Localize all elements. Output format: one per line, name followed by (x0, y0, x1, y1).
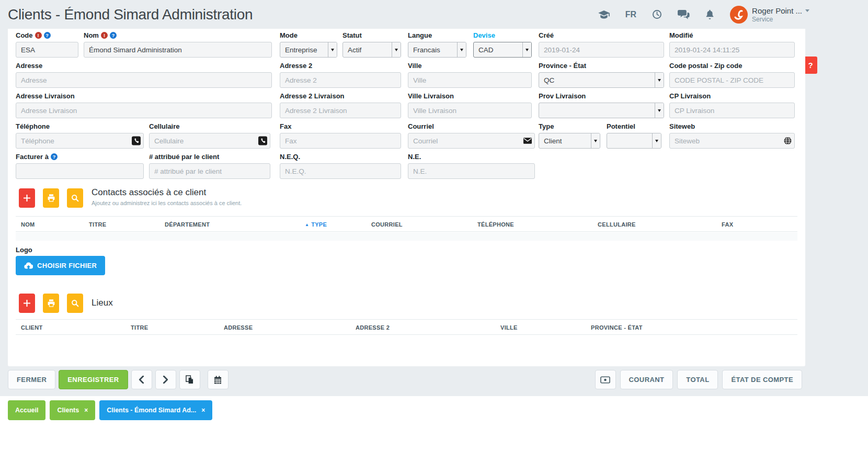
neq-input[interactable] (280, 163, 401, 179)
tab-clients[interactable]: Clients × (50, 400, 95, 420)
lieux-col-ville[interactable]: VILLE (500, 320, 518, 335)
prov-livraison-select[interactable] (539, 103, 664, 118)
duplicate-button[interactable] (179, 370, 200, 389)
lieux-col-adresse2[interactable]: ADRESSE 2 (356, 320, 390, 335)
previous-record-button[interactable] (131, 370, 152, 389)
close-icon[interactable]: × (84, 407, 88, 414)
contacts-col-nom[interactable]: NOM (21, 217, 35, 232)
contacts-col-courriel[interactable]: COURRIEL (371, 217, 403, 232)
siteweb-input[interactable] (669, 133, 795, 149)
mode-select[interactable]: Entreprise (280, 42, 337, 58)
telephone-input[interactable] (16, 133, 144, 149)
tab-accueil[interactable]: Accueil (8, 400, 45, 420)
lieux-col-province[interactable]: PROVINCE - ÉTAT (591, 320, 643, 335)
cree-label: Créé (539, 31, 664, 40)
contacts-col-type[interactable]: ▲TYPE (305, 217, 327, 232)
lieux-col-titre[interactable]: TITRE (131, 320, 148, 335)
add-contact-button[interactable] (19, 188, 35, 208)
code-postal-input[interactable] (669, 72, 795, 88)
courriel-input[interactable] (408, 133, 535, 149)
type-label: Type (539, 122, 600, 131)
chat-icon[interactable] (678, 9, 690, 19)
contacts-col-departement[interactable]: DÉPARTEMENT (165, 217, 210, 232)
num-client-input[interactable] (149, 163, 270, 179)
province-select[interactable]: QC (539, 72, 664, 88)
field-fax: Fax (280, 122, 401, 149)
avatar (730, 6, 748, 24)
next-record-button[interactable] (155, 370, 176, 389)
etat-de-compte-button[interactable]: ÉTAT DE COMPTE (722, 370, 802, 389)
enregistrer-button[interactable]: ENREGISTRER (59, 370, 128, 389)
copy-document-icon (186, 375, 193, 384)
field-neq: N.E.Q. (280, 152, 401, 179)
type-select[interactable]: Client (539, 133, 600, 149)
contacts-subtitle: Ajoutez ou administrez ici les contacts … (92, 200, 242, 206)
footer-toolbar-right: COURANT TOTAL ÉTAT DE COMPTE (595, 370, 802, 389)
total-button[interactable]: TOTAL (677, 370, 718, 389)
cp-livraison-input[interactable] (669, 103, 795, 118)
notifications-bell-icon[interactable] (705, 9, 714, 19)
field-modifie: Modifié (669, 31, 795, 58)
cellulaire-input[interactable] (149, 133, 270, 149)
contacts-col-titre[interactable]: TITRE (89, 217, 106, 232)
contacts-col-cellulaire[interactable]: CELLULAIRE (598, 217, 636, 232)
print-contacts-button[interactable] (43, 188, 59, 208)
field-adresse-livraison: Adresse Livraison (16, 92, 272, 118)
lieux-section-header: Lieux (92, 298, 113, 308)
language-toggle[interactable]: FR (625, 10, 636, 19)
calendar-button[interactable] (208, 370, 229, 389)
ne-label: N.E. (408, 152, 535, 161)
help-icon[interactable]: ? (44, 32, 51, 39)
close-icon[interactable]: × (201, 407, 205, 414)
potentiel-select[interactable] (607, 133, 661, 149)
chevron-down-icon (658, 79, 661, 82)
adresse-livraison-input[interactable] (16, 103, 272, 118)
adresse2-livraison-input[interactable] (280, 103, 401, 118)
academy-graduation-cap-icon[interactable] (598, 10, 610, 19)
search-contacts-button[interactable] (67, 188, 83, 208)
fermer-button[interactable]: FERMER (8, 370, 55, 389)
ville-input[interactable] (408, 72, 532, 88)
help-icon[interactable]: ? (51, 153, 58, 160)
langue-select[interactable]: Francais (408, 42, 466, 58)
nom-input[interactable] (84, 42, 272, 58)
calendar-icon (214, 376, 222, 384)
field-prov-livraison: Prov Livraison (539, 92, 664, 118)
courant-button[interactable]: COURANT (620, 370, 673, 389)
chevron-down-icon (594, 140, 597, 142)
add-lieu-button[interactable] (19, 294, 35, 313)
devise-select[interactable]: CAD (473, 42, 532, 58)
print-lieux-button[interactable] (43, 294, 59, 313)
choose-file-button[interactable]: CHOISIR FICHIER (16, 256, 105, 275)
lieux-col-client[interactable]: CLIENT (21, 320, 43, 335)
chevron-down-icon (395, 49, 398, 51)
lieux-col-adresse[interactable]: ADRESSE (224, 320, 253, 335)
help-button[interactable]: ? (804, 57, 817, 74)
clock-icon[interactable] (652, 9, 662, 19)
user-menu[interactable]: Roger Point ... Service (730, 6, 809, 24)
search-lieux-button[interactable] (67, 294, 83, 313)
user-role: Service (752, 16, 809, 23)
field-devise: Devise CAD (473, 31, 532, 58)
contacts-col-fax[interactable]: FAX (722, 217, 733, 232)
help-icon[interactable]: ? (110, 32, 117, 39)
billing-button[interactable] (595, 370, 616, 389)
num-client-label: # attribué par le client (149, 152, 270, 161)
tab-client-emond-simard[interactable]: Clients - Émond Simard Ad... × (99, 400, 212, 420)
sort-asc-icon: ▲ (305, 222, 309, 227)
adresse-input[interactable] (16, 72, 272, 88)
adresse2-input[interactable] (280, 72, 401, 88)
facturer-a-input[interactable] (16, 163, 144, 179)
upload-cloud-icon (24, 262, 33, 269)
field-nom: Nom!? (84, 31, 272, 58)
ville-livraison-input[interactable] (408, 103, 532, 118)
field-adresse2: Adresse 2 (280, 61, 401, 88)
required-icon: ! (35, 32, 42, 39)
fax-input[interactable] (280, 133, 401, 149)
statut-select[interactable]: Actif (342, 42, 401, 58)
code-input[interactable] (16, 42, 78, 58)
field-potentiel: Potentiel (607, 122, 661, 149)
contacts-col-telephone[interactable]: TÉLÉPHONE (477, 217, 514, 232)
adresse2-livraison-label: Adresse 2 Livraison (280, 92, 401, 100)
ne-input[interactable] (408, 163, 535, 179)
